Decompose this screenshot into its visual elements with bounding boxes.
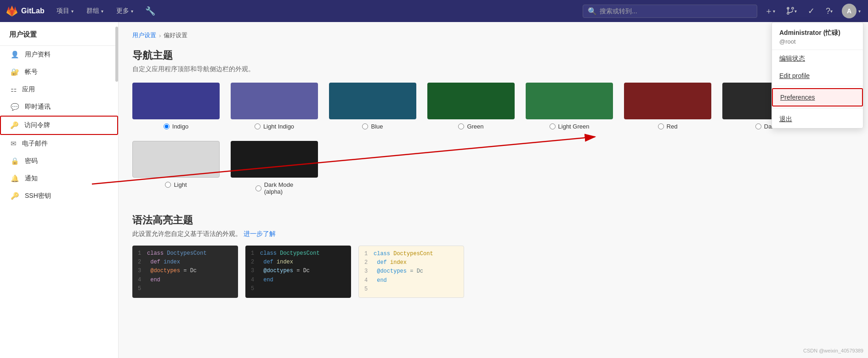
theme-label-green[interactable]: Green (458, 123, 483, 130)
dropdown-edit-profile[interactable]: Edit profile (772, 67, 863, 84)
nav-more[interactable]: 更多 ▾ (112, 5, 138, 17)
theme-swatch-light-green[interactable] (526, 83, 613, 119)
sidebar-item-label: 帐号 (25, 68, 38, 76)
search-input[interactable] (600, 7, 752, 15)
search-icon: 🔍 (588, 7, 597, 16)
theme-radio-light-green[interactable] (550, 123, 556, 129)
sidebar-item-label: SSH密钥 (25, 192, 51, 200)
create-new-button[interactable]: ＋▾ (761, 4, 779, 18)
breadcrumb-parent-link[interactable]: 用户设置 (132, 31, 156, 39)
dropdown-edit-status[interactable]: 编辑状态 (772, 50, 863, 67)
theme-radio-indigo[interactable] (164, 123, 170, 129)
theme-grid: Indigo Light Indigo Blue (132, 83, 854, 195)
theme-name-light-green: Light Green (558, 123, 590, 130)
theme-radio-blue[interactable] (362, 123, 368, 129)
chevron-down-icon: ▾ (101, 9, 103, 14)
sidebar-item-notifications[interactable]: 🔔 通知 (0, 170, 118, 187)
theme-name-light-indigo: Light Indigo (263, 123, 294, 130)
syntax-preview-dark: 1class DoctypesCont 2 def index 3 @docty… (132, 246, 238, 298)
breadcrumb: 用户设置 › 偏好设置 (132, 31, 854, 39)
user-dropdown-menu: Administrator (忙碌) @root 编辑状态 Edit profi… (772, 22, 863, 129)
chevron-down-icon: ▾ (773, 9, 775, 14)
sidebar-item-profile[interactable]: 👤 用户资料 (0, 46, 118, 63)
dropdown-username: Administrator (忙碌) (779, 29, 856, 37)
sidebar-item-account[interactable]: 🔐 帐号 (0, 63, 118, 81)
merge-requests-button[interactable]: ▾ (783, 5, 800, 17)
theme-radio-light-indigo[interactable] (255, 123, 261, 129)
theme-label-dark-mode[interactable]: Dark Mode(alpha) (255, 181, 294, 195)
dropdown-sign-out[interactable]: 退出 (772, 111, 863, 128)
nav-theme-title: 导航主题 (132, 49, 854, 62)
sidebar-item-label: 密码 (25, 157, 38, 165)
theme-name-red: Red (667, 123, 678, 130)
theme-red: Red (624, 83, 711, 130)
dropdown-user-info: Administrator (忙碌) @root (772, 22, 863, 50)
theme-radio-light[interactable] (165, 182, 171, 188)
syntax-previews: 1class DoctypesCont 2 def index 3 @docty… (132, 246, 854, 298)
scroll-thumb (115, 27, 118, 82)
syntax-section: 语法高亮主题 此设置允许您自定义基于语法的外观。 进一步了解 1class Do… (132, 213, 854, 298)
theme-swatch-green[interactable] (427, 83, 515, 119)
theme-swatch-light-indigo[interactable] (231, 83, 318, 119)
theme-radio-dark[interactable] (755, 123, 761, 129)
theme-label-light-indigo[interactable]: Light Indigo (255, 123, 294, 130)
syntax-learn-more-link[interactable]: 进一步了解 (244, 230, 276, 237)
sidebar-item-access-tokens[interactable]: 🔑 访问令牌 (0, 116, 118, 135)
breadcrumb-separator: › (159, 32, 161, 39)
main-layout: 用户设置 👤 用户资料 🔐 帐号 ⚏ 应用 💬 即时通讯 🔑 访问令牌 ✉ 电子… (0, 22, 868, 358)
sidebar-scrollbar[interactable] (115, 22, 118, 358)
nav-projects[interactable]: 项目 ▾ (52, 5, 78, 17)
search-bar[interactable]: 🔍 (583, 5, 757, 18)
dropdown-divider-2 (772, 108, 863, 109)
sidebar-item-chat[interactable]: 💬 即时通讯 (0, 98, 118, 116)
theme-label-blue[interactable]: Blue (362, 123, 383, 130)
gitlab-logo[interactable]: GitLab (6, 5, 45, 17)
theme-label-light-green[interactable]: Light Green (550, 123, 590, 130)
theme-label-red[interactable]: Red (658, 123, 678, 130)
theme-radio-red[interactable] (658, 123, 664, 129)
user-icon: 👤 (11, 50, 19, 59)
user-menu-button[interactable]: A ▾ (840, 2, 862, 20)
sidebar-title: 用户设置 (0, 22, 118, 46)
chat-icon: 💬 (11, 103, 19, 111)
dropdown-preferences[interactable]: Preferences (772, 88, 863, 106)
sidebar-item-label: 即时通讯 (25, 103, 51, 111)
sidebar-item-label: 通知 (25, 174, 38, 183)
nav-theme-description: 自定义应用程序顶部和导航侧边栏的外观。 (132, 65, 854, 73)
sidebar-item-email[interactable]: ✉ 电子邮件 (0, 135, 118, 152)
theme-label-light[interactable]: Light (165, 181, 187, 188)
apps-icon: ⚏ (11, 85, 17, 94)
sidebar-item-password[interactable]: 🔒 密码 (0, 152, 118, 170)
watermark: CSDN @weixin_40579389 (803, 348, 863, 353)
breadcrumb-current: 偏好设置 (164, 31, 187, 39)
chevron-down-icon: ▾ (71, 9, 74, 14)
admin-wrench-button[interactable]: 🔧 (142, 4, 159, 18)
sidebar-item-label: 访问令牌 (24, 121, 50, 129)
sidebar-item-label: 应用 (22, 85, 35, 94)
theme-swatch-red[interactable] (624, 83, 711, 119)
theme-swatch-blue[interactable] (329, 83, 416, 119)
nav-groups[interactable]: 群组 ▾ (82, 5, 108, 17)
theme-light: Light (132, 141, 220, 195)
theme-name-dark-mode: Dark Mode(alpha) (264, 181, 294, 195)
gitlab-text: GitLab (21, 7, 45, 15)
theme-swatch-dark-mode[interactable] (231, 141, 318, 178)
sidebar-item-apps[interactable]: ⚏ 应用 (0, 81, 118, 98)
theme-radio-dark-mode[interactable] (255, 185, 261, 191)
theme-name-light: Light (174, 181, 187, 188)
theme-name-blue: Blue (371, 123, 383, 130)
sidebar-item-ssh-keys[interactable]: 🔑 SSH密钥 (0, 187, 118, 205)
token-icon: 🔑 (10, 121, 19, 129)
ssh-icon: 🔑 (11, 192, 19, 200)
theme-label-indigo[interactable]: Indigo (164, 123, 188, 130)
chevron-down-icon: ▾ (858, 9, 861, 14)
theme-indigo: Indigo (132, 83, 220, 130)
syntax-preview-dark2: 1class DoctypesCont 2 def index 3 @docty… (245, 246, 351, 298)
theme-radio-green[interactable] (458, 123, 464, 129)
dropdown-divider (772, 86, 863, 86)
theme-swatch-light[interactable] (132, 141, 220, 178)
help-button[interactable]: ?▾ (822, 5, 836, 18)
todos-button[interactable]: ✓ (804, 4, 818, 18)
theme-swatch-indigo[interactable] (132, 83, 220, 119)
sidebar-item-label: 电子邮件 (22, 140, 48, 148)
